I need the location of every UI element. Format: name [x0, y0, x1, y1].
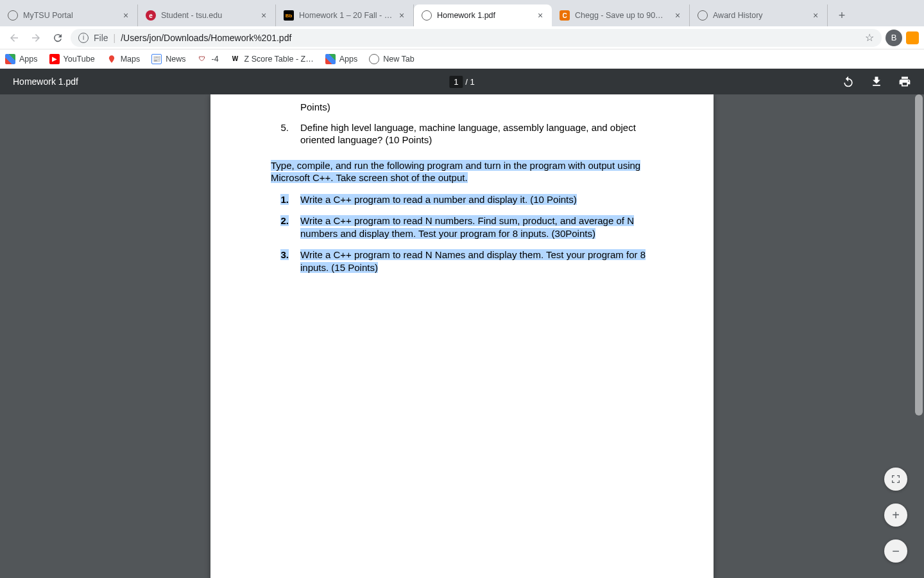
tab-mytsu[interactable]: MyTSU Portal ×	[0, 4, 138, 26]
globe-icon	[369, 54, 379, 64]
browser-toolbar: i File | /Users/jon/Downloads/Homework%2…	[0, 26, 924, 49]
tab-label: Student - tsu.edu	[161, 11, 255, 20]
bookmark-maps[interactable]: Maps	[107, 54, 141, 64]
pdf-page: Points) 5. Define high level language, m…	[210, 94, 714, 578]
tab-label: Chegg - Save up to 90% on	[575, 11, 669, 20]
program-3: Write a C++ program to read N Names and …	[300, 249, 653, 274]
download-button[interactable]	[870, 75, 883, 88]
page-current[interactable]: 1	[449, 76, 463, 88]
list-number: 3.	[271, 249, 289, 274]
pdf-viewport[interactable]: Points) 5. Define high level language, m…	[0, 94, 924, 578]
page-indicator: 1 / 1	[449, 77, 474, 87]
bb-icon: Bb	[284, 10, 294, 21]
reload-button[interactable]	[49, 29, 67, 47]
tab-homework-pdf[interactable]: Homework 1.pdf ×	[414, 4, 552, 26]
bookmark-newtab[interactable]: New Tab	[369, 54, 414, 64]
list-number: 1.	[271, 193, 289, 206]
forward-button[interactable]	[27, 29, 45, 47]
bookmark-label: -4	[211, 55, 218, 64]
maps-icon	[107, 54, 117, 64]
news-icon: 📰	[151, 54, 162, 64]
rotate-button[interactable]	[842, 75, 855, 88]
pdf-title: Homework 1.pdf	[13, 76, 78, 87]
program-1: Write a C++ program to read a number and…	[300, 193, 653, 206]
tab-award-history[interactable]: Award History ×	[690, 4, 828, 26]
bookmark-label: Z Score Table - Z…	[244, 55, 314, 64]
tab-label: Award History	[713, 11, 807, 20]
page-total: 1	[470, 77, 474, 87]
tab-label: Homework 1 – 20 Fall - Open	[299, 11, 393, 20]
fit-to-page-button[interactable]	[884, 468, 907, 491]
profile-avatar[interactable]: B	[886, 30, 902, 46]
bookmark-label: Apps	[19, 55, 38, 64]
text-fragment: Points)	[300, 101, 653, 114]
new-tab-button[interactable]: +	[833, 7, 851, 25]
scheme-label: File	[94, 33, 108, 43]
scrollbar-thumb[interactable]	[915, 94, 923, 416]
list-number: 2.	[271, 215, 289, 240]
url-path: /Users/jon/Downloads/Homework%201.pdf	[121, 33, 291, 43]
tab-label: Homework 1.pdf	[437, 11, 531, 20]
pdf-toolbar: Homework 1.pdf 1 / 1	[0, 69, 924, 94]
close-icon[interactable]: ×	[259, 10, 269, 21]
bookmark-label: New Tab	[383, 55, 414, 64]
bookmark-shield[interactable]: 🛡-4	[197, 54, 218, 64]
globe-icon	[8, 10, 18, 21]
shield-icon: 🛡	[197, 54, 207, 64]
question-5: Define high level language, machine lang…	[300, 121, 653, 146]
globe-icon	[422, 10, 432, 21]
tab-blackboard[interactable]: Bb Homework 1 – 20 Fall - Open ×	[276, 4, 414, 26]
back-button[interactable]	[5, 29, 23, 47]
apps-icon	[5, 54, 15, 64]
bookmark-news[interactable]: 📰News	[151, 54, 185, 64]
bookmark-label: News	[166, 55, 185, 64]
bookmark-apps-2[interactable]: Apps	[325, 54, 358, 64]
close-icon[interactable]: ×	[672, 10, 683, 21]
close-icon[interactable]: ×	[810, 10, 821, 21]
bookmark-label: Maps	[121, 55, 141, 64]
close-icon[interactable]: ×	[535, 10, 545, 21]
tab-student[interactable]: e Student - tsu.edu ×	[138, 4, 276, 26]
bookmark-zscore[interactable]: WZ Score Table - Z…	[230, 54, 314, 64]
tab-strip: MyTSU Portal × e Student - tsu.edu × Bb …	[0, 0, 924, 26]
apps-icon	[325, 54, 336, 64]
address-bar[interactable]: i File | /Users/jon/Downloads/Homework%2…	[71, 29, 882, 47]
e-icon: e	[146, 10, 156, 21]
program-2: Write a C++ program to read N numbers. F…	[300, 215, 653, 240]
info-icon[interactable]: i	[78, 33, 89, 43]
extension-icon[interactable]	[906, 31, 919, 44]
globe-icon	[697, 10, 708, 21]
bookmark-label: Apps	[339, 55, 358, 64]
instructions: Type, compile, and run the following pro…	[271, 159, 653, 184]
separator: |	[114, 33, 116, 43]
scrollbar[interactable]	[915, 94, 923, 578]
chegg-icon: C	[560, 10, 570, 21]
tab-label: MyTSU Portal	[23, 11, 117, 20]
zoom-out-button[interactable]: −	[884, 539, 907, 563]
print-button[interactable]	[898, 75, 911, 88]
list-number: 5.	[271, 121, 289, 146]
w-icon: W	[230, 54, 241, 64]
bookmark-youtube[interactable]: ▶YouTube	[49, 54, 95, 64]
bookmark-star-icon[interactable]: ☆	[865, 31, 874, 44]
zoom-in-button[interactable]: +	[884, 504, 907, 527]
youtube-icon: ▶	[49, 54, 60, 64]
close-icon[interactable]: ×	[121, 10, 131, 21]
bookmarks-bar: Apps ▶YouTube Maps 📰News 🛡-4 WZ Score Ta…	[0, 49, 924, 69]
highlighted-text: Type, compile, and run the following pro…	[271, 160, 640, 184]
tab-chegg[interactable]: C Chegg - Save up to 90% on ×	[552, 4, 690, 26]
zoom-controls: + −	[884, 468, 907, 563]
bookmark-apps[interactable]: Apps	[5, 54, 38, 64]
close-icon[interactable]: ×	[397, 10, 407, 21]
bookmark-label: YouTube	[64, 55, 95, 64]
